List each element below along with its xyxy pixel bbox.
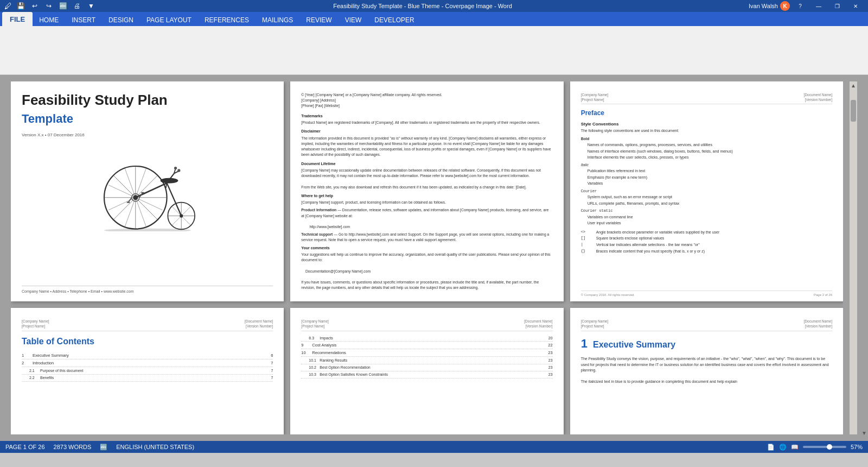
svg-point-23 xyxy=(177,169,180,172)
status-right: 📄 🌐 📖 57% xyxy=(767,444,863,451)
scrollbar-thumb[interactable] xyxy=(851,100,856,122)
cost-items: 8.3 Impacts 20 9 Cost Analysis 22 10 Rec… xyxy=(301,336,552,379)
style-conv-title: Style Conventions xyxy=(581,121,832,127)
svg-point-19 xyxy=(161,178,178,183)
spell-qa-btn[interactable]: 🔤 xyxy=(58,1,68,11)
preface-bold: Bold xyxy=(581,136,832,142)
license-copyright: © [Year] [Company Name] or a [Company Na… xyxy=(301,92,552,291)
tab-page-layout[interactable]: PAGE LAYOUT xyxy=(140,14,198,26)
preface-courier: Courier xyxy=(581,188,832,194)
tab-view[interactable]: VIEW xyxy=(339,14,368,26)
cost-item-10-1: 10.1 Ranking Results 23 xyxy=(301,358,552,364)
tab-mailings[interactable]: MAILINGS xyxy=(256,14,299,26)
tab-insert[interactable]: INSERT xyxy=(65,14,102,26)
cost-item-10-2: 10.2 Best Option Recommendation 23 xyxy=(301,365,552,371)
pages-container: Feasibility Study Plan Template Version … xyxy=(11,81,843,434)
license-page: © [Year] [Company Name] or a [Company Na… xyxy=(290,81,563,301)
preface-title: Preface xyxy=(581,109,832,118)
save-qa-btn[interactable]: 💾 xyxy=(15,1,26,11)
zoom-slider[interactable] xyxy=(803,446,846,448)
window-title: Feasibility Study Template - Blue Theme … xyxy=(97,3,749,9)
user-name: Ivan Walsh xyxy=(749,3,778,9)
toc-title: Table of Contents xyxy=(22,336,273,348)
cost-item-8-3: 8.3 Impacts 20 xyxy=(301,336,552,342)
title-bar: 🖊 💾 ↩ ↪ 🔤 🖨 ▼ Feasibility Study Template… xyxy=(0,0,868,12)
tab-developer[interactable]: DEVELOPER xyxy=(368,14,420,26)
undo-qa-btn[interactable]: ↩ xyxy=(29,1,40,11)
user-avatar: K xyxy=(780,1,790,11)
scroll-down-btn[interactable]: ▼ xyxy=(860,429,868,437)
minimize-button[interactable]: — xyxy=(810,2,827,10)
toc-page: [Company Name] [Project Name] [Document … xyxy=(11,308,284,434)
ribbon-tabs: FILE HOME INSERT DESIGN PAGE LAYOUT REFE… xyxy=(0,12,868,26)
top-pages-row: Feasibility Study Plan Template Version … xyxy=(11,81,843,301)
close-button[interactable]: ✕ xyxy=(847,2,864,10)
main-area: Feasibility Study Plan Template Version … xyxy=(0,75,868,441)
bottom-pages-row: [Company Name] [Project Name] [Document … xyxy=(11,308,843,434)
status-left: PAGE 1 OF 26 2873 WORDS 🔤 ENGLISH (UNITE… xyxy=(5,444,194,451)
preface-footer: © Company 2016. All rights reserved. Pag… xyxy=(581,291,832,297)
zoom-thumb xyxy=(827,444,832,450)
cost-header: [Company Name] [Project Name] [Document … xyxy=(301,319,552,331)
tab-review[interactable]: REVIEW xyxy=(299,14,338,26)
redo-qa-btn[interactable]: ↪ xyxy=(43,1,54,11)
custom-qa-btn[interactable]: ▼ xyxy=(86,1,97,11)
language: ENGLISH (UNITED STATES) xyxy=(116,444,194,450)
cost-item-9: 9 Cost Analysis 22 xyxy=(301,343,552,350)
disclaimer-section: Disclaimer xyxy=(301,129,552,135)
right-scrollbar[interactable]: ▲ ▼ xyxy=(850,81,857,434)
ribbon-content xyxy=(0,26,868,75)
status-bar: PAGE 1 OF 26 2873 WORDS 🔤 ENGLISH (UNITE… xyxy=(0,441,868,453)
zoom-level: 57% xyxy=(851,444,863,450)
preface-italic: Italic xyxy=(581,162,832,168)
page-count: PAGE 1 OF 26 xyxy=(5,444,45,450)
cost-item-10-3: 10.3 Best Option Satisfies Known Constra… xyxy=(301,372,552,378)
window-controls: Ivan Walsh K ? — ❐ ✕ xyxy=(749,1,864,11)
tab-design[interactable]: DESIGN xyxy=(102,14,140,26)
preface-header: [Company Name] [Project Name] [Document … xyxy=(581,92,832,104)
exec-page: [Company Name] [Project Name] [Document … xyxy=(570,308,843,434)
cover-title: Feasibility Study Plan xyxy=(22,92,273,109)
cover-version: Version X.x • 07 December 2016 xyxy=(22,132,273,138)
svg-point-24 xyxy=(174,167,177,169)
spell-check-icon[interactable]: 🔤 xyxy=(100,444,107,451)
exec-header: [Company Name] [Project Name] [Document … xyxy=(581,319,832,331)
comments-section: Your comments xyxy=(301,245,552,251)
print-qa-btn[interactable]: 🖨 xyxy=(72,1,82,11)
exec-heading: 1 Executive Summary xyxy=(581,336,832,352)
style-conv-intro: The following style conventions are used… xyxy=(581,128,832,134)
cover-subtitle: Template xyxy=(22,111,273,128)
toc-item-1: 1 Executive Summary 6 xyxy=(22,353,273,360)
help-button[interactable]: ? xyxy=(792,2,808,10)
exec-text: The Feasibility Study conveys the vision… xyxy=(581,356,832,385)
word-icon: 🖊 xyxy=(4,2,12,10)
cover-footer: Company Name • Address • Telephone • Ema… xyxy=(22,286,273,294)
bicycle-illustration xyxy=(99,144,196,231)
preface-courier-static: Courier static xyxy=(581,208,832,214)
preface-page: [Company Name] [Project Name] [Document … xyxy=(570,81,843,301)
view-print-icon[interactable]: 📄 xyxy=(767,444,775,451)
quick-access-area: 🖊 💾 ↩ ↪ 🔤 🖨 ▼ xyxy=(4,1,97,11)
view-read-icon[interactable]: 📖 xyxy=(791,444,799,451)
doc-lifetime-section: Document Lifetime xyxy=(301,161,552,167)
tab-file[interactable]: FILE xyxy=(2,12,33,26)
cost-page: [Company Name] [Project Name] [Document … xyxy=(290,308,563,434)
cost-item-10: 10 Recommendations 23 xyxy=(301,350,552,357)
toc-item-2: 2 Introduction 7 xyxy=(22,361,273,368)
scroll-up-btn[interactable]: ▲ xyxy=(851,81,856,89)
trademarks-section: Trademarks xyxy=(301,113,552,119)
preface-symbols: <> Angle brackets enclose parameter or v… xyxy=(581,230,832,254)
toc-header: [Company Name] [Project Name] [Document … xyxy=(22,319,273,331)
restore-button[interactable]: ❐ xyxy=(829,2,845,10)
svg-line-16 xyxy=(135,183,167,198)
tab-home[interactable]: HOME xyxy=(33,14,65,26)
view-web-icon[interactable]: 🌐 xyxy=(779,444,787,451)
cover-page: Feasibility Study Plan Template Version … xyxy=(11,81,284,301)
toc-item-2-1: 2.1 Purpose of this document 7 xyxy=(22,368,273,375)
toc-item-2-2: 2.2 Benefits 7 xyxy=(22,375,273,382)
word-count: 2873 WORDS xyxy=(54,444,92,450)
get-help-section: Where to get help xyxy=(301,193,552,199)
tab-references[interactable]: REFERENCES xyxy=(198,14,256,26)
